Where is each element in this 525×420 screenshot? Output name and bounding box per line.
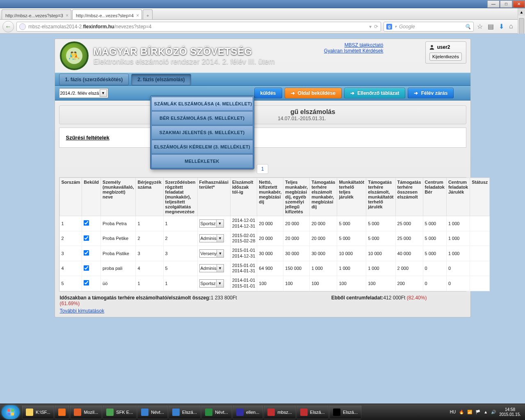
table-row: 2Proba Petike22Adminis▼2015-02-012015-02… <box>59 231 490 246</box>
cell-value: 25 000 <box>395 216 423 231</box>
cell-index: 3 <box>59 246 82 261</box>
page-subtitle: Elektronikus elszámoló rendszer 2014. 2.… <box>94 57 275 66</box>
phase-2-tab[interactable]: 2. fázis (elszámolás) <box>131 74 191 85</box>
library-icon[interactable]: ▤ <box>488 23 494 30</box>
cell-value: 1 000 <box>310 261 337 276</box>
section-banner: XXXXXXXXXXXXXXXXXXXXXXXgű elszámolás XXX… <box>59 105 466 124</box>
cell-value: 1 000 <box>337 261 366 276</box>
chevron-down-icon[interactable]: ▼ <box>100 89 107 97</box>
search-bar[interactable]: g ▾ Google 🔍 <box>383 22 474 32</box>
cell-value: 5 000 <box>423 246 446 261</box>
chevron-down-icon[interactable]: ▾ <box>369 24 372 30</box>
page-submit-button[interactable]: ➜ Oldal beküldése <box>285 88 342 98</box>
cell-name: Proba Pistike <box>101 246 136 261</box>
submit-checkbox[interactable] <box>84 220 89 226</box>
submit-checkbox[interactable] <box>84 235 89 241</box>
browser-tab-active[interactable]: http://mbsz-e...vezes?step=4 × <box>72 9 142 19</box>
arrow-right-icon: ➜ <box>350 90 354 96</box>
cell-value: 30 000 <box>310 246 337 261</box>
chevron-down-icon[interactable]: ▼ <box>216 280 224 287</box>
cell-value: 2 000 <box>395 261 423 276</box>
cell-bj: 1 <box>136 216 163 231</box>
back-button[interactable]: ← <box>2 21 14 32</box>
column-header: Beküld <box>82 178 101 216</box>
browser-tab[interactable]: http://mbsz-e...vezes?step=3 × <box>2 9 71 19</box>
table-row: 1Proba Petra11Sportsz▼2014-12-012014-12-… <box>59 216 490 231</box>
totals-right-value: 412 000Ft <box>383 295 406 301</box>
dd-item-ber[interactable]: BÉR ELSZÁMOLÁSA (5. MELLÉKLET) <box>151 111 253 125</box>
chevron-down-icon[interactable]: ▼ <box>217 235 224 242</box>
new-tab-button[interactable]: + <box>143 9 153 19</box>
area-select[interactable]: Sportsz▼ <box>199 219 224 228</box>
dd-item-kerelem[interactable]: ELSZÁMOLÁSI KÉRELEM (3. MELLÉKLET) <box>151 140 253 154</box>
submit-button[interactable]: küldés <box>254 88 282 98</box>
reload-icon[interactable]: ⟳ <box>374 24 378 30</box>
cell-value: 20 000 <box>310 216 337 231</box>
cell-bj: 2 <box>136 231 163 246</box>
submit-checkbox[interactable] <box>84 250 89 256</box>
cell-value <box>470 261 490 276</box>
logout-button[interactable]: Kijelentkezés <box>429 52 462 61</box>
totals-right-pct: (82.40%) <box>407 295 427 301</box>
dd-item-szamlak[interactable]: SZÁMLÁK ELSZÁMOLÁSA (4. MELLÉKLET) <box>151 97 253 111</box>
cell-value <box>470 246 490 261</box>
column-header: Személy (munkavállaló, megbízott) neve <box>101 178 136 216</box>
area-select[interactable]: Sportsz▼ <box>199 279 224 288</box>
link-faq[interactable]: Gyakran Ismételt Kérdések <box>324 48 383 54</box>
cell-sz: 3 <box>163 246 197 261</box>
home-icon[interactable]: ⌂ <box>509 23 513 30</box>
area-value: Sportsz <box>201 221 216 226</box>
column-header: Felhasználási terület* <box>197 178 231 216</box>
address-bar[interactable]: mbsz-elszamolas2014-2.flexinform.hu/neve… <box>16 22 381 32</box>
phase-1-tab[interactable]: 1. fázis (szerződéskötés) <box>59 74 129 85</box>
search-icon[interactable]: 🔍 <box>465 24 471 30</box>
filter-title: Szűrési feltételek <box>66 135 459 141</box>
check-table-button[interactable]: ➜ Ellenőrző táblázat <box>344 88 405 98</box>
cell-area: Adminis▼ <box>197 261 231 276</box>
bookmark-icon[interactable]: ☆ <box>477 23 483 30</box>
window-minimize[interactable]: — <box>487 0 500 8</box>
cell-value: 5 000 <box>366 216 395 231</box>
column-header: Támogatás terhére összesen elszámolt <box>395 178 423 216</box>
column-header: Bérjegyzék száma <box>136 178 163 216</box>
link-tajekoztato[interactable]: MBSZ tájékoztató <box>324 42 383 48</box>
cell-value: 5 000 <box>337 216 366 231</box>
download-icon[interactable]: ⬇ <box>499 23 504 30</box>
close-icon[interactable]: × <box>136 13 139 18</box>
column-header: Centrum feladatok Bér <box>423 178 446 216</box>
more-reports-link[interactable]: További kimutatások <box>55 308 110 317</box>
cell-index: 4 <box>59 261 82 276</box>
cell-area: Sportsz▼ <box>197 216 231 231</box>
chevron-down-icon[interactable]: ▾ <box>395 24 397 29</box>
scroll-up[interactable]: ▲ <box>518 8 525 16</box>
cell-value: 10 000 <box>366 246 395 261</box>
close-icon[interactable]: × <box>66 13 68 18</box>
window-close[interactable]: ✕ <box>513 0 525 8</box>
chevron-down-icon[interactable]: ▼ <box>216 220 224 227</box>
column-header: Támogatás terhére elszámolt, munkáltatót… <box>366 178 395 216</box>
area-select[interactable]: Verseny▼ <box>199 249 224 258</box>
column-header: Teljes munkabér, megbízási díj, egyéb sz… <box>283 178 310 216</box>
submit-checkbox[interactable] <box>84 280 89 286</box>
cell-checkbox <box>82 216 101 231</box>
dd-item-mellekletek[interactable]: MELLÉKLETEK <box>151 154 253 168</box>
cell-date: 2014-12-012014-12-31 <box>231 216 257 231</box>
area-select[interactable]: Adminis▼ <box>199 234 224 242</box>
cell-date: 2015-01-012014-12-31 <box>231 246 257 261</box>
cell-checkbox <box>82 231 101 246</box>
chevron-down-icon[interactable]: ▼ <box>217 250 223 257</box>
phase2-dropdown: SZÁMLÁK ELSZÁMOLÁSA (4. MELLÉKLET) BÉR E… <box>150 96 254 169</box>
pager-page[interactable]: 1 <box>257 164 269 174</box>
area-value: Sportsz <box>201 281 216 286</box>
period-select[interactable]: 2014./2. félév elszá ▼ <box>59 88 108 98</box>
area-select[interactable]: Adminis▼ <box>199 264 224 272</box>
user-icon <box>429 44 435 50</box>
cell-value: 100 <box>366 276 395 291</box>
submit-checkbox[interactable] <box>84 265 89 271</box>
chevron-down-icon[interactable]: ▼ <box>217 265 224 272</box>
cell-checkbox <box>82 261 101 276</box>
toolbar: 2014./2. félév elszá ▼ küldés ➜ Oldal be… <box>55 86 470 100</box>
close-half-button[interactable]: ➜ Félév zárás <box>408 88 454 98</box>
window-maximize[interactable]: □ <box>500 0 512 8</box>
dd-item-szakmai[interactable]: SZAKMAI JELENTÉS (6. MELLÉKLET) <box>151 126 253 139</box>
